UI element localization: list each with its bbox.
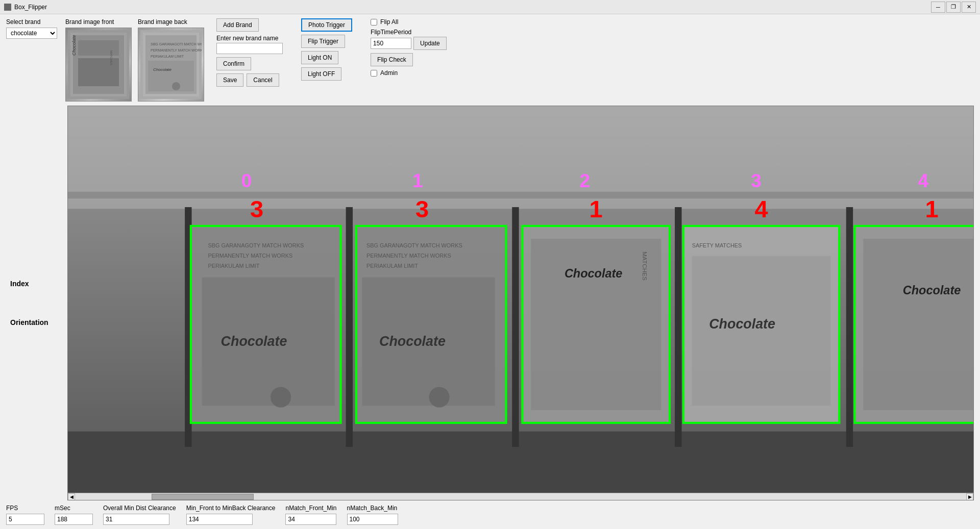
min-front-back-group: Min_Front to MinBack Clearance xyxy=(186,505,276,525)
svg-text:2: 2 xyxy=(580,170,591,191)
svg-text:PERMANENTLY MATCH WORKS: PERMANENTLY MATCH WORKS xyxy=(366,253,451,259)
minimize-button[interactable]: ─ xyxy=(931,2,945,13)
photo-trigger-button[interactable]: Photo Trigger xyxy=(301,18,352,32)
flip-time-period-input[interactable] xyxy=(371,38,411,49)
flip-trigger-button[interactable]: Flip Trigger xyxy=(301,35,345,48)
brand-image-front-group: Brand image front Chocolate MATCHE xyxy=(65,18,132,102)
light-on-row: Light ON xyxy=(301,51,352,64)
overall-min-dist-input[interactable] xyxy=(103,514,169,525)
flip-time-period-label: FlipTimePeriod xyxy=(371,29,447,36)
flip-all-checkbox[interactable] xyxy=(371,19,377,26)
nmatch-front-min-group: nMatch_Front_Min xyxy=(285,505,336,525)
svg-text:PERIAKULAM LIMIT: PERIAKULAM LIMIT xyxy=(366,263,418,269)
brand-image-front: Chocolate MATCHES xyxy=(66,28,131,101)
fps-group: FPS xyxy=(6,505,44,525)
svg-text:PERMANENTLY MATCH WORKS: PERMANENTLY MATCH WORKS xyxy=(151,48,202,52)
bottom-stats: FPS mSec Overall Min Dist Clearance Min_… xyxy=(6,502,974,525)
svg-text:3: 3 xyxy=(751,170,762,191)
svg-text:SBG GARANAGOTY MATCH WORKS: SBG GARANAGOTY MATCH WORKS xyxy=(208,242,304,248)
svg-text:Chocolate: Chocolate xyxy=(71,35,77,56)
flip-trigger-row: Flip Trigger xyxy=(301,35,352,48)
msec-input[interactable] xyxy=(55,514,93,525)
brand-image-back-label: Brand image back xyxy=(138,18,204,26)
min-front-back-input[interactable] xyxy=(186,514,253,525)
restore-button[interactable]: ❐ xyxy=(946,2,961,13)
brand-image-front-label: Brand image front xyxy=(65,18,132,26)
light-off-row: Light OFF xyxy=(301,67,352,81)
add-brand-button[interactable]: Add Brand xyxy=(216,18,259,32)
brand-image-back: SBG GARANAGOTI MATCH WORKS PERMANENTLY M… xyxy=(138,28,204,101)
svg-rect-22 xyxy=(512,207,519,447)
svg-point-15 xyxy=(172,82,180,90)
brand-image-back-group: Brand image back SBG GARANAGOTI MATCH WO… xyxy=(138,18,204,102)
new-brand-name-label: Enter new brand name xyxy=(216,35,283,42)
title-bar-left: Box_Flipper xyxy=(4,4,47,11)
flip-all-label: Flip All xyxy=(380,18,398,26)
select-brand-section: Select brand chocolate xyxy=(6,18,57,39)
brand-select[interactable]: chocolate xyxy=(6,28,57,39)
svg-rect-23 xyxy=(675,207,681,447)
cancel-button[interactable]: Cancel xyxy=(247,73,279,87)
flip-check-button[interactable]: Flip Check xyxy=(371,53,413,66)
fps-label: FPS xyxy=(6,505,44,512)
admin-checkbox[interactable] xyxy=(371,70,377,77)
brand-images-section: Brand image front Chocolate MATCHE xyxy=(65,18,204,102)
photo-trigger-section: Photo Trigger Flip Trigger Light ON Ligh… xyxy=(301,18,352,81)
add-brand-row: Add Brand xyxy=(216,18,283,32)
fps-input[interactable] xyxy=(6,514,44,525)
svg-point-47 xyxy=(429,387,449,407)
close-button[interactable]: ✕ xyxy=(962,2,976,13)
svg-text:0: 0 xyxy=(241,170,252,191)
brand-image-front-frame: Chocolate MATCHES xyxy=(65,28,132,102)
scroll-left-button[interactable]: ◀ xyxy=(68,493,75,500)
nmatch-front-min-input[interactable] xyxy=(285,514,336,525)
svg-text:PERIAKULAM LIMIT: PERIAKULAM LIMIT xyxy=(208,263,259,269)
svg-text:SAFETY MATCHES: SAFETY MATCHES xyxy=(692,242,742,248)
left-labels: Index Orientation xyxy=(6,106,67,500)
svg-text:SBG GARANAGOTY MATCH WORKS: SBG GARANAGOTY MATCH WORKS xyxy=(366,242,462,248)
brand-image-back-frame: SBG GARANAGOTI MATCH WORKS PERMANENTLY M… xyxy=(138,28,204,102)
update-button[interactable]: Update xyxy=(413,37,447,50)
svg-text:PERMANENTLY MATCH WORKS: PERMANENTLY MATCH WORKS xyxy=(208,253,292,259)
save-button[interactable]: Save xyxy=(216,73,243,87)
svg-text:4: 4 xyxy=(755,195,768,222)
msec-label: mSec xyxy=(55,505,93,512)
svg-text:Chocolate: Chocolate xyxy=(379,334,446,349)
scroll-right-button[interactable]: ▶ xyxy=(966,493,973,500)
svg-text:1: 1 xyxy=(412,170,423,191)
svg-point-38 xyxy=(271,387,291,407)
svg-rect-18 xyxy=(68,192,973,198)
svg-text:Chocolate: Chocolate xyxy=(903,284,961,297)
overall-min-dist-label: Overall Min Dist Clearance xyxy=(103,505,176,512)
nmatch-back-min-group: nMatch_Back_Min xyxy=(347,505,398,525)
light-on-button[interactable]: Light ON xyxy=(301,51,338,64)
brand-controls-section: Add Brand Enter new brand name Confirm S… xyxy=(216,18,283,87)
svg-text:3: 3 xyxy=(415,195,429,222)
admin-label: Admin xyxy=(380,69,398,77)
svg-rect-13 xyxy=(148,61,194,91)
svg-text:1: 1 xyxy=(590,195,603,222)
select-brand-label: Select brand xyxy=(6,18,57,26)
nmatch-back-min-input[interactable] xyxy=(347,514,398,525)
svg-rect-4 xyxy=(78,40,119,56)
light-off-button[interactable]: Light OFF xyxy=(301,67,341,81)
scrollbar-track xyxy=(75,494,966,500)
scrollbar-thumb[interactable] xyxy=(152,494,254,500)
svg-text:Chocolate: Chocolate xyxy=(221,334,287,349)
admin-row: Admin xyxy=(371,69,447,77)
svg-text:SBG GARANAGOTI MATCH WORKS: SBG GARANAGOTI MATCH WORKS xyxy=(151,42,202,46)
msec-group: mSec xyxy=(55,505,93,525)
new-brand-name-input[interactable] xyxy=(216,43,283,54)
window-title: Box_Flipper xyxy=(14,4,47,11)
confirm-button[interactable]: Confirm xyxy=(216,57,251,70)
svg-text:PERIAKULAM LIMIT: PERIAKULAM LIMIT xyxy=(151,55,184,58)
svg-text:Chocolate: Chocolate xyxy=(565,267,623,280)
top-controls: Select brand chocolate Brand image front xyxy=(6,18,974,102)
flip-all-row: Flip All xyxy=(371,18,447,26)
save-cancel-row: Save Cancel xyxy=(216,73,283,87)
scrollbar-row: ◀ ▶ xyxy=(68,493,973,500)
overall-min-dist-group: Overall Min Dist Clearance xyxy=(103,505,176,525)
title-bar-controls: ─ ❐ ✕ xyxy=(931,2,976,13)
photo-trigger-row: Photo Trigger xyxy=(301,18,352,32)
brand-name-row: Enter new brand name xyxy=(216,35,283,54)
